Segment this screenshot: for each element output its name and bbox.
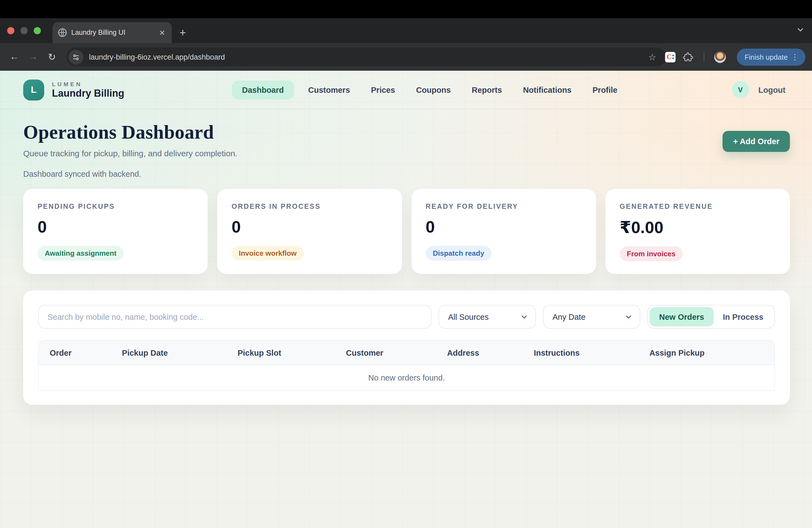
url-text[interactable]: laundry-billing-6ioz.vercel.app/dashboar… — [89, 53, 658, 61]
toolbar-divider — [704, 52, 704, 62]
date-select-value: Any Date — [553, 312, 585, 321]
nav-item-notifications[interactable]: Notifications — [517, 80, 578, 99]
stat-card-orders-in-process: ORDERS IN PROCESS 0 Invoice workflow — [217, 189, 402, 274]
new-tab-button[interactable]: + — [179, 27, 186, 39]
status-badge: Dispatch ready — [425, 246, 491, 261]
source-select-value: All Sources — [448, 312, 489, 321]
nav-item-customers[interactable]: Customers — [302, 80, 357, 99]
chevron-down-icon — [521, 313, 528, 320]
table-header-row: Order Pickup Date Pickup Slot Customer A… — [39, 341, 774, 365]
column-header-pickup-date: Pickup Date — [118, 348, 233, 357]
stat-label: READY FOR DELIVERY — [425, 203, 582, 210]
chevron-down-icon — [626, 313, 632, 320]
orders-toggle-group: New Orders In Process — [648, 305, 775, 328]
window-top-bar — [0, 0, 812, 18]
logout-button[interactable]: Logout — [758, 85, 785, 94]
nav-item-profile[interactable]: Profile — [586, 80, 624, 99]
table-empty-row: No new orders found. — [39, 365, 774, 391]
nav-item-dashboard[interactable]: Dashboard — [232, 80, 294, 99]
tab-search-chevron-icon[interactable] — [797, 26, 804, 34]
page-head: Operations Dashboard Queue tracking for … — [23, 121, 790, 158]
browser-tab-strip: Laundry Billing UI ✕ + — [0, 18, 812, 43]
brand-block: LUMEN Laundry Billing — [52, 80, 124, 99]
stat-value: 0 — [232, 218, 388, 236]
date-select[interactable]: Any Date — [543, 305, 640, 328]
browser-menu-icon[interactable]: ⋮ — [788, 53, 802, 61]
page-content: Operations Dashboard Queue tracking for … — [0, 109, 812, 405]
status-badge: From invoices — [620, 246, 683, 261]
empty-state-message: No new orders found. — [368, 373, 445, 382]
stat-label: ORDERS IN PROCESS — [232, 203, 388, 210]
column-header-instructions: Instructions — [530, 348, 645, 357]
column-header-customer: Customer — [342, 348, 443, 357]
stat-value: 0 — [38, 218, 193, 236]
browser-toolbar: ← → ↻ laundry-billing-6ioz.vercel.app/da… — [0, 43, 812, 71]
tab-title: Laundry Billing UI — [71, 29, 154, 36]
nav-item-prices[interactable]: Prices — [364, 80, 402, 99]
reload-icon[interactable]: ↻ — [44, 49, 60, 64]
extensions-puzzle-icon[interactable] — [683, 52, 693, 62]
minimize-window-button[interactable] — [20, 27, 28, 34]
brand-name: LUMEN — [52, 80, 124, 87]
forward-icon[interactable]: → — [25, 49, 41, 64]
browser-tab[interactable]: Laundry Billing UI ✕ — [53, 22, 172, 43]
status-badge: Awaiting assignment — [38, 246, 124, 261]
stat-card-pending-pickups: PENDING PICKUPS 0 Awaiting assignment — [23, 189, 208, 274]
source-select[interactable]: All Sources — [439, 305, 536, 328]
page-subtitle: Queue tracking for pickup, billing, and … — [23, 149, 237, 158]
stat-card-ready-for-delivery: READY FOR DELIVERY 0 Dispatch ready — [411, 189, 596, 274]
orders-table: Order Pickup Date Pickup Slot Customer A… — [38, 340, 775, 391]
column-header-order: Order — [45, 348, 118, 357]
header-right: V Logout — [732, 81, 785, 98]
brand-subtitle: Laundry Billing — [52, 88, 124, 99]
finish-update-label: Finish update — [744, 53, 788, 61]
close-window-button[interactable] — [7, 27, 14, 34]
back-icon[interactable]: ← — [6, 49, 22, 64]
bookmark-star-icon[interactable]: ☆ — [648, 52, 656, 62]
user-avatar[interactable]: V — [732, 81, 749, 98]
stat-value: ₹0.00 — [620, 218, 776, 237]
screenshot-stage: Laundry Billing UI ✕ + ← → ↻ laundry-bil… — [0, 0, 812, 528]
column-header-address: Address — [443, 348, 530, 357]
extension-c-icon[interactable]: C — [665, 52, 676, 62]
window-controls — [7, 27, 41, 34]
app-header: L LUMEN Laundry Billing Dashboard Custom… — [0, 71, 812, 109]
sync-status: Dashboard synced with backend. — [23, 170, 790, 178]
stat-card-generated-revenue: GENERATED REVENUE ₹0.00 From invoices — [605, 189, 790, 274]
tab-new-orders[interactable]: New Orders — [650, 307, 714, 326]
stat-value: 0 — [425, 218, 582, 236]
globe-favicon-icon — [58, 28, 67, 37]
tab-in-process[interactable]: In Process — [713, 307, 773, 326]
nav-item-reports[interactable]: Reports — [465, 80, 509, 99]
status-badge: Invoice workflow — [232, 246, 304, 261]
site-settings-icon[interactable] — [69, 49, 83, 64]
extension-c-letter: C — [666, 53, 672, 61]
stat-label: GENERATED REVENUE — [620, 203, 776, 210]
stats-row: PENDING PICKUPS 0 Awaiting assignment OR… — [23, 189, 790, 274]
stat-label: PENDING PICKUPS — [38, 203, 193, 210]
browser-profile-avatar[interactable] — [714, 51, 726, 63]
column-header-assign-pickup: Assign Pickup — [645, 348, 768, 357]
brand-logo: L — [23, 79, 44, 100]
maximize-window-button[interactable] — [34, 27, 41, 34]
nav-item-coupons[interactable]: Coupons — [409, 80, 458, 99]
filter-row: All Sources Any Date New Orders In Pro — [38, 305, 775, 328]
orders-panel: All Sources Any Date New Orders In Pro — [23, 291, 790, 405]
search-input[interactable] — [38, 305, 432, 328]
address-bar[interactable]: laundry-billing-6ioz.vercel.app/dashboar… — [66, 47, 666, 66]
app-viewport: L LUMEN Laundry Billing Dashboard Custom… — [0, 71, 812, 528]
tab-close-icon[interactable]: ✕ — [158, 28, 166, 37]
column-header-pickup-slot: Pickup Slot — [233, 348, 342, 357]
finish-update-button[interactable]: Finish update ⋮ — [737, 48, 806, 65]
main-nav: Dashboard Customers Prices Coupons Repor… — [232, 80, 624, 99]
page-title: Operations Dashboard — [23, 121, 237, 144]
add-order-button[interactable]: + Add Order — [723, 131, 790, 152]
